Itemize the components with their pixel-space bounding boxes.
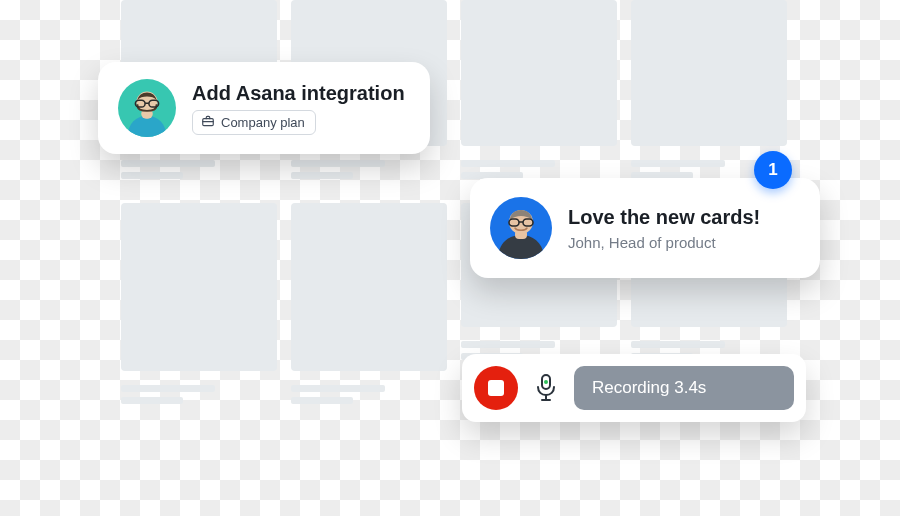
- ghost-meta: [121, 385, 277, 404]
- board-column: [291, 0, 447, 404]
- stop-icon: [488, 380, 504, 396]
- recording-label: Recording 3.4s: [592, 378, 706, 398]
- ghost-meta: [291, 385, 447, 404]
- comment-title: Add Asana integration: [192, 82, 405, 104]
- briefcase-icon: [201, 114, 215, 131]
- comment-title: Love the new cards!: [568, 206, 760, 228]
- svg-point-12: [544, 380, 548, 384]
- avatar: [118, 79, 176, 137]
- comment-bubble-asana[interactable]: Add Asana integration Company plan: [98, 62, 430, 154]
- ghost-card: [631, 0, 787, 146]
- ghost-card: [121, 203, 277, 371]
- tag-label: Company plan: [221, 115, 305, 130]
- avatar: [490, 197, 552, 259]
- ghost-meta: [291, 160, 447, 179]
- badge-count: 1: [768, 160, 777, 180]
- svg-rect-7: [515, 230, 527, 239]
- ghost-card: [291, 203, 447, 371]
- stop-button[interactable]: [474, 366, 518, 410]
- notification-badge[interactable]: 1: [754, 151, 792, 189]
- comment-bubble-love-cards[interactable]: Love the new cards! John, Head of produc…: [470, 178, 820, 278]
- tag-company-plan[interactable]: Company plan: [192, 110, 316, 135]
- recording-status-pill: Recording 3.4s: [574, 366, 794, 410]
- ghost-meta: [461, 160, 617, 179]
- recording-bar: Recording 3.4s: [462, 354, 806, 422]
- ghost-meta: [121, 160, 277, 179]
- microphone-icon[interactable]: [530, 373, 562, 403]
- board-column: [121, 0, 277, 404]
- comment-subtitle: John, Head of product: [568, 234, 760, 251]
- ghost-card: [461, 0, 617, 146]
